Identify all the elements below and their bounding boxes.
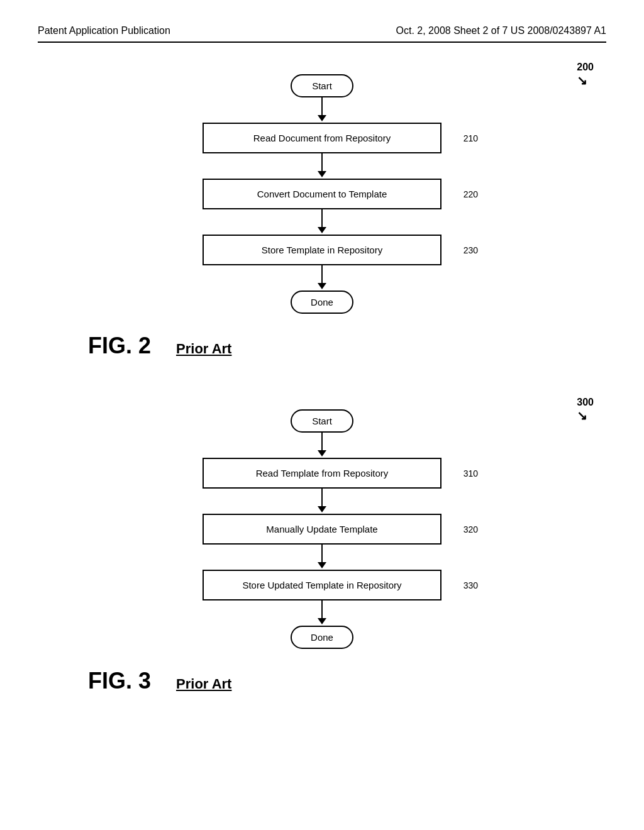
header-left: Patent Application Publication xyxy=(38,25,170,36)
fig3-label: FIG. 3 xyxy=(88,668,151,694)
fig3-prior-art: Prior Art xyxy=(176,676,231,692)
fig3-arrow-2 xyxy=(318,545,326,570)
fig3-step-320: Manually Update Template 320 xyxy=(203,514,441,545)
header-right: Oct. 2, 2008 Sheet 2 of 7 US 2008/024389… xyxy=(396,25,606,36)
fig2-done: Done xyxy=(291,290,353,314)
fig2-step-230-wrapper: Store Template in Repository 230 xyxy=(203,235,441,265)
fig2-label-row: FIG. 2 Prior Art xyxy=(88,333,606,359)
fig3-step-310: Read Template from Repository 310 xyxy=(203,458,441,489)
fig2-section: 200 ↘ Start Read Document from Repositor… xyxy=(38,62,606,359)
fig2-step-label-230: 230 xyxy=(464,245,478,255)
fig2-step-230: Store Template in Repository 230 xyxy=(203,235,441,265)
page-header: Patent Application Publication Oct. 2, 2… xyxy=(38,25,606,43)
fig2-arrow-2 xyxy=(318,209,326,235)
fig2-arrow-3 xyxy=(318,265,326,290)
fig3-step-label-330: 330 xyxy=(464,580,478,590)
fig3-arrow-3 xyxy=(318,600,326,626)
fig3-start: Start xyxy=(291,409,353,433)
fig2-step-label-220: 220 xyxy=(464,189,478,199)
fig3-done: Done xyxy=(291,626,353,649)
page: Patent Application Publication Oct. 2, 2… xyxy=(0,0,644,830)
fig3-step-label-320: 320 xyxy=(464,524,478,534)
fig2-step-210-wrapper: Read Document from Repository 210 xyxy=(203,123,441,153)
fig3-step-label-310: 310 xyxy=(464,468,478,479)
fig2-step-label-210: 210 xyxy=(464,133,478,143)
fig3-step-330-wrapper: Store Updated Template in Repository 330 xyxy=(203,570,441,600)
fig3-arrow-0 xyxy=(318,433,326,458)
fig2-step-210: Read Document from Repository 210 xyxy=(203,123,441,153)
fig2-flowchart: Start Read Document from Repository 210 … xyxy=(38,62,606,314)
fig2-arrow-0 xyxy=(318,97,326,123)
fig2-step-220: Convert Document to Template 220 xyxy=(203,179,441,209)
fig3-arrow-1 xyxy=(318,489,326,514)
fig3-step-310-wrapper: Read Template from Repository 310 xyxy=(203,458,441,489)
fig3-label-row: FIG. 3 Prior Art xyxy=(88,668,606,694)
fig3-step-330: Store Updated Template in Repository 330 xyxy=(203,570,441,600)
fig3-step-320-wrapper: Manually Update Template 320 xyxy=(203,514,441,545)
fig2-arrow-1 xyxy=(318,153,326,179)
fig2-label: FIG. 2 xyxy=(88,333,151,359)
fig2-start: Start xyxy=(291,74,353,97)
fig2-step-220-wrapper: Convert Document to Template 220 xyxy=(203,179,441,209)
fig3-flowchart: Start Read Template from Repository 310 … xyxy=(38,397,606,649)
fig3-section: 300 ↘ Start Read Template from Repositor… xyxy=(38,397,606,694)
fig2-prior-art: Prior Art xyxy=(176,341,231,357)
